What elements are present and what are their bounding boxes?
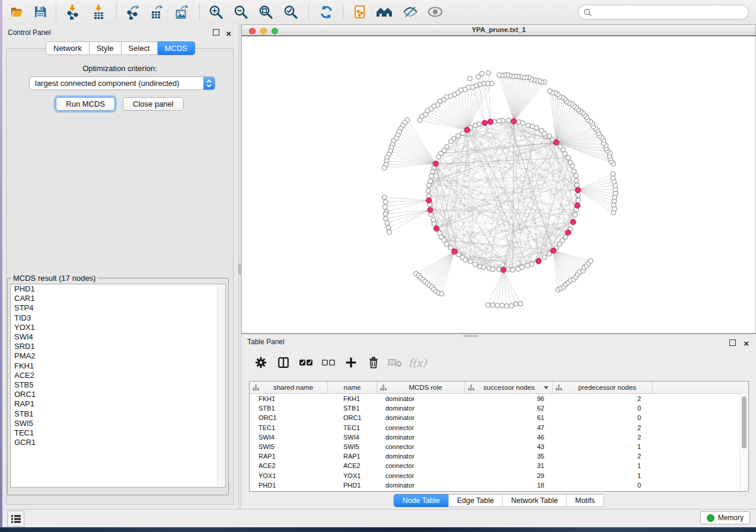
node-table: shared namenameMCDS rolesuccessor nodesp… — [249, 381, 749, 492]
table-row[interactable]: ACE2ACE2connector311 — [250, 461, 748, 470]
mcds-result-item[interactable]: PMA2 — [11, 351, 225, 361]
mcds-result-item[interactable]: TID3 — [11, 313, 225, 323]
mcds-result-item[interactable]: ACE2 — [11, 371, 225, 380]
first-neighbors-icon[interactable] — [375, 3, 394, 21]
tab-node-table[interactable]: Node Table — [394, 494, 449, 507]
table-cell: dominator — [377, 482, 465, 489]
criterion-dropdown[interactable]: largest connected component (undirected) — [29, 76, 215, 90]
table-cell: dominator — [377, 414, 465, 421]
export-network-icon[interactable] — [123, 3, 142, 21]
table-row[interactable]: STB1STB1dominator620 — [250, 403, 748, 413]
search-input[interactable] — [595, 8, 744, 17]
column-header-name[interactable]: name — [328, 382, 377, 393]
table-cell: 1 — [553, 443, 653, 450]
column-header-successor-nodes[interactable]: successor nodes — [465, 382, 553, 393]
run-mcds-button[interactable]: Run MCDS — [56, 97, 115, 111]
select-all-columns-icon[interactable] — [297, 354, 315, 371]
delete-column-icon[interactable] — [365, 354, 382, 371]
control-panel-close-icon[interactable]: × — [226, 26, 231, 41]
table-scrollbar-thumb[interactable] — [742, 396, 747, 448]
main-toolbar — [2, 0, 756, 25]
network-graph[interactable] — [242, 36, 755, 333]
table-cell: YOX1 — [328, 472, 377, 479]
apply-layout-icon[interactable] — [317, 3, 336, 21]
mcds-result-item[interactable]: SWI4 — [11, 332, 225, 342]
network-window-titlebar[interactable]: YPA_prune.txt_1 — [241, 24, 756, 36]
table-cell: FKH1 — [250, 395, 328, 402]
network-canvas[interactable] — [241, 36, 756, 334]
table-settings-gear-icon[interactable] — [252, 354, 270, 371]
column-header-MCDS-role[interactable]: MCDS role — [377, 382, 465, 393]
table-cell: 43 — [465, 443, 553, 450]
table-row[interactable]: FKH1FKH1dominator962 — [250, 394, 748, 403]
show-column-panel-icon[interactable] — [275, 354, 292, 371]
table-cell: 1 — [553, 462, 653, 469]
zoom-in-icon[interactable] — [206, 3, 225, 21]
memory-status-icon — [707, 514, 714, 522]
import-table-icon[interactable] — [89, 3, 108, 21]
table-panel-float-icon[interactable] — [729, 339, 736, 346]
table-row[interactable]: SWI4SWI4dominator462 — [250, 432, 748, 442]
mcds-result-item[interactable]: RAP1 — [11, 399, 225, 409]
mcds-list-scrollbar[interactable] — [217, 284, 225, 487]
toolbar-separator — [199, 4, 200, 20]
tab-network-table[interactable]: Network Table — [503, 494, 567, 507]
table-row[interactable]: TEC1TEC1connector472 — [250, 423, 748, 432]
hide-selected-icon[interactable] — [401, 3, 420, 21]
table-row[interactable]: PHD1PHD1dominator180 — [250, 480, 748, 490]
table-scrollbar[interactable] — [740, 393, 748, 491]
function-builder-icon[interactable]: f(x) — [409, 354, 426, 371]
column-header-predecessor-nodes[interactable]: predecessor nodes — [553, 382, 653, 393]
zoom-fit-icon[interactable] — [256, 3, 275, 21]
mcds-result-item[interactable]: FKH1 — [11, 361, 225, 371]
open-file-icon[interactable] — [7, 3, 26, 21]
mcds-result-item[interactable]: SWI5 — [11, 419, 225, 428]
add-column-icon[interactable] — [342, 354, 360, 371]
mcds-result-item[interactable]: STB1 — [11, 409, 225, 419]
mcds-result-item[interactable]: GCR1 — [11, 438, 225, 447]
memory-button[interactable]: Memory — [700, 511, 750, 524]
table-row[interactable]: ORC1ORC1dominator610 — [250, 413, 748, 422]
table-cell: dominator — [377, 453, 465, 460]
zoom-out-icon[interactable] — [231, 3, 250, 21]
save-session-icon[interactable] — [31, 3, 50, 21]
show-all-icon[interactable] — [426, 3, 445, 21]
mcds-result-item[interactable]: CAR1 — [11, 294, 225, 303]
table-cell: 1 — [553, 472, 653, 479]
network-snapshot-icon[interactable] — [351, 3, 370, 21]
tab-mcds[interactable]: MCDS — [158, 41, 195, 55]
mcds-result-item[interactable]: ORC1 — [11, 390, 225, 399]
table-row[interactable]: RAP1RAP1dominator352 — [250, 451, 748, 461]
mcds-result-item[interactable]: STP4 — [11, 303, 225, 313]
mcds-result-item[interactable]: STB5 — [11, 380, 225, 390]
table-row[interactable]: SWI5SWI5connector431 — [250, 442, 748, 451]
table-cell: PHD1 — [250, 482, 328, 489]
tab-edge-table[interactable]: Edge Table — [449, 494, 503, 507]
tab-select[interactable]: Select — [122, 41, 158, 55]
mcds-result-item[interactable]: TEC1 — [11, 428, 225, 438]
import-network-icon[interactable] — [63, 3, 82, 21]
control-panel-float-icon[interactable] — [213, 29, 219, 36]
mcds-result-item[interactable]: SRD1 — [11, 342, 225, 351]
table-cell: 46 — [465, 434, 553, 441]
export-table-icon[interactable] — [147, 3, 166, 21]
mcds-result-item[interactable]: YOX1 — [11, 323, 225, 332]
deselect-all-columns-icon[interactable] — [320, 354, 337, 371]
column-header-shared-name[interactable]: shared name — [250, 382, 328, 393]
tab-network[interactable]: Network — [46, 41, 90, 55]
table-header-row: shared namenameMCDS rolesuccessor nodesp… — [250, 382, 748, 394]
export-image-icon[interactable] — [172, 3, 191, 21]
table-cell: SWI4 — [250, 434, 328, 441]
table-row[interactable]: YOX1YOX1connector291 — [250, 471, 748, 480]
column-header-filler — [653, 382, 748, 393]
table-cell: RAP1 — [250, 453, 328, 460]
toolbar-separator — [308, 4, 309, 20]
task-history-button[interactable] — [7, 511, 24, 527]
delete-table-icon[interactable] — [386, 354, 404, 371]
close-panel-button[interactable]: Close panel — [123, 97, 184, 111]
mcds-result-list: PHD1CAR1STP4TID3YOX1SWI4SRD1PMA2FKH1ACE2… — [10, 284, 226, 488]
zoom-selected-icon[interactable] — [281, 3, 300, 21]
mcds-result-item[interactable]: PHD1 — [11, 284, 225, 294]
tab-style[interactable]: Style — [90, 41, 122, 55]
tab-motifs[interactable]: Motifs — [567, 494, 604, 507]
